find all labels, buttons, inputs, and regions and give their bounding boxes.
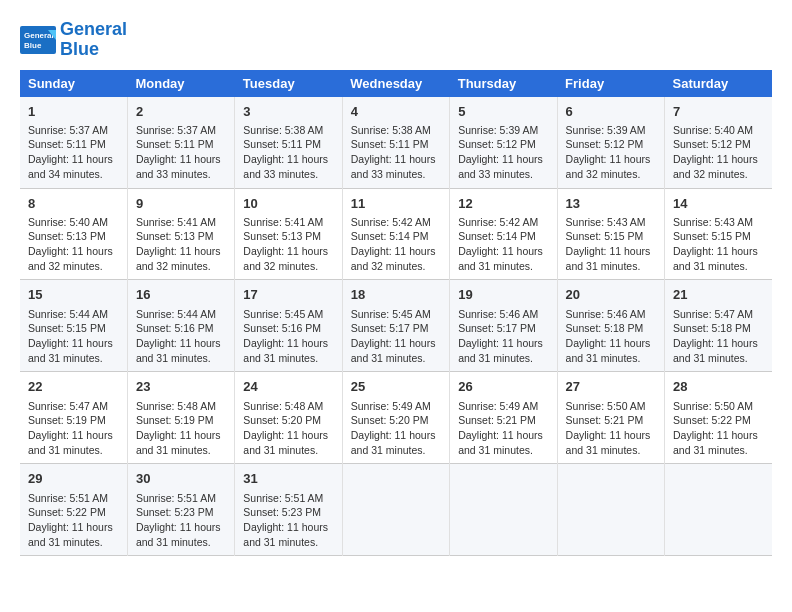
day-info: Sunrise: 5:51 AM Sunset: 5:23 PM Dayligh… bbox=[136, 491, 226, 550]
calendar-cell: 16Sunrise: 5:44 AM Sunset: 5:16 PM Dayli… bbox=[127, 280, 234, 372]
day-number: 21 bbox=[673, 286, 764, 304]
header-row: SundayMondayTuesdayWednesdayThursdayFrid… bbox=[20, 70, 772, 97]
calendar-cell: 14Sunrise: 5:43 AM Sunset: 5:15 PM Dayli… bbox=[665, 188, 772, 280]
calendar-cell: 15Sunrise: 5:44 AM Sunset: 5:15 PM Dayli… bbox=[20, 280, 127, 372]
day-info: Sunrise: 5:48 AM Sunset: 5:20 PM Dayligh… bbox=[243, 399, 333, 458]
calendar-cell: 22Sunrise: 5:47 AM Sunset: 5:19 PM Dayli… bbox=[20, 372, 127, 464]
day-info: Sunrise: 5:51 AM Sunset: 5:23 PM Dayligh… bbox=[243, 491, 333, 550]
day-info: Sunrise: 5:43 AM Sunset: 5:15 PM Dayligh… bbox=[566, 215, 656, 274]
calendar-table: SundayMondayTuesdayWednesdayThursdayFrid… bbox=[20, 70, 772, 557]
day-number: 7 bbox=[673, 103, 764, 121]
day-info: Sunrise: 5:45 AM Sunset: 5:16 PM Dayligh… bbox=[243, 307, 333, 366]
day-info: Sunrise: 5:42 AM Sunset: 5:14 PM Dayligh… bbox=[458, 215, 548, 274]
day-number: 25 bbox=[351, 378, 441, 396]
day-number: 4 bbox=[351, 103, 441, 121]
calendar-cell: 8Sunrise: 5:40 AM Sunset: 5:13 PM Daylig… bbox=[20, 188, 127, 280]
day-info: Sunrise: 5:45 AM Sunset: 5:17 PM Dayligh… bbox=[351, 307, 441, 366]
calendar-cell: 3Sunrise: 5:38 AM Sunset: 5:11 PM Daylig… bbox=[235, 97, 342, 188]
calendar-cell: 29Sunrise: 5:51 AM Sunset: 5:22 PM Dayli… bbox=[20, 464, 127, 556]
day-info: Sunrise: 5:49 AM Sunset: 5:20 PM Dayligh… bbox=[351, 399, 441, 458]
calendar-cell: 5Sunrise: 5:39 AM Sunset: 5:12 PM Daylig… bbox=[450, 97, 557, 188]
calendar-week-4: 22Sunrise: 5:47 AM Sunset: 5:19 PM Dayli… bbox=[20, 372, 772, 464]
calendar-cell: 26Sunrise: 5:49 AM Sunset: 5:21 PM Dayli… bbox=[450, 372, 557, 464]
calendar-cell: 28Sunrise: 5:50 AM Sunset: 5:22 PM Dayli… bbox=[665, 372, 772, 464]
day-number: 8 bbox=[28, 195, 119, 213]
day-number: 24 bbox=[243, 378, 333, 396]
calendar-cell: 30Sunrise: 5:51 AM Sunset: 5:23 PM Dayli… bbox=[127, 464, 234, 556]
day-info: Sunrise: 5:50 AM Sunset: 5:21 PM Dayligh… bbox=[566, 399, 656, 458]
day-info: Sunrise: 5:46 AM Sunset: 5:17 PM Dayligh… bbox=[458, 307, 548, 366]
day-info: Sunrise: 5:40 AM Sunset: 5:13 PM Dayligh… bbox=[28, 215, 119, 274]
calendar-cell: 31Sunrise: 5:51 AM Sunset: 5:23 PM Dayli… bbox=[235, 464, 342, 556]
calendar-cell: 20Sunrise: 5:46 AM Sunset: 5:18 PM Dayli… bbox=[557, 280, 664, 372]
day-number: 3 bbox=[243, 103, 333, 121]
calendar-week-2: 8Sunrise: 5:40 AM Sunset: 5:13 PM Daylig… bbox=[20, 188, 772, 280]
day-number: 30 bbox=[136, 470, 226, 488]
day-number: 23 bbox=[136, 378, 226, 396]
calendar-cell: 7Sunrise: 5:40 AM Sunset: 5:12 PM Daylig… bbox=[665, 97, 772, 188]
day-info: Sunrise: 5:47 AM Sunset: 5:18 PM Dayligh… bbox=[673, 307, 764, 366]
day-number: 16 bbox=[136, 286, 226, 304]
day-info: Sunrise: 5:37 AM Sunset: 5:11 PM Dayligh… bbox=[28, 123, 119, 182]
weekday-header-tuesday: Tuesday bbox=[235, 70, 342, 97]
weekday-header-saturday: Saturday bbox=[665, 70, 772, 97]
calendar-week-5: 29Sunrise: 5:51 AM Sunset: 5:22 PM Dayli… bbox=[20, 464, 772, 556]
calendar-cell: 1Sunrise: 5:37 AM Sunset: 5:11 PM Daylig… bbox=[20, 97, 127, 188]
day-info: Sunrise: 5:39 AM Sunset: 5:12 PM Dayligh… bbox=[458, 123, 548, 182]
calendar-cell: 9Sunrise: 5:41 AM Sunset: 5:13 PM Daylig… bbox=[127, 188, 234, 280]
calendar-cell bbox=[342, 464, 449, 556]
day-info: Sunrise: 5:39 AM Sunset: 5:12 PM Dayligh… bbox=[566, 123, 656, 182]
calendar-cell bbox=[665, 464, 772, 556]
day-number: 31 bbox=[243, 470, 333, 488]
day-number: 15 bbox=[28, 286, 119, 304]
day-number: 26 bbox=[458, 378, 548, 396]
calendar-cell: 25Sunrise: 5:49 AM Sunset: 5:20 PM Dayli… bbox=[342, 372, 449, 464]
day-number: 12 bbox=[458, 195, 548, 213]
day-number: 29 bbox=[28, 470, 119, 488]
logo-text: General Blue bbox=[60, 20, 127, 60]
day-info: Sunrise: 5:37 AM Sunset: 5:11 PM Dayligh… bbox=[136, 123, 226, 182]
day-number: 28 bbox=[673, 378, 764, 396]
day-info: Sunrise: 5:50 AM Sunset: 5:22 PM Dayligh… bbox=[673, 399, 764, 458]
day-number: 6 bbox=[566, 103, 656, 121]
day-info: Sunrise: 5:42 AM Sunset: 5:14 PM Dayligh… bbox=[351, 215, 441, 274]
calendar-week-1: 1Sunrise: 5:37 AM Sunset: 5:11 PM Daylig… bbox=[20, 97, 772, 188]
calendar-week-3: 15Sunrise: 5:44 AM Sunset: 5:15 PM Dayli… bbox=[20, 280, 772, 372]
calendar-cell: 11Sunrise: 5:42 AM Sunset: 5:14 PM Dayli… bbox=[342, 188, 449, 280]
calendar-cell: 13Sunrise: 5:43 AM Sunset: 5:15 PM Dayli… bbox=[557, 188, 664, 280]
weekday-header-friday: Friday bbox=[557, 70, 664, 97]
page-header: General Blue General Blue bbox=[20, 20, 772, 60]
weekday-header-sunday: Sunday bbox=[20, 70, 127, 97]
day-number: 27 bbox=[566, 378, 656, 396]
svg-text:Blue: Blue bbox=[24, 41, 42, 50]
logo: General Blue General Blue bbox=[20, 20, 127, 60]
weekday-header-thursday: Thursday bbox=[450, 70, 557, 97]
calendar-cell: 24Sunrise: 5:48 AM Sunset: 5:20 PM Dayli… bbox=[235, 372, 342, 464]
calendar-cell: 27Sunrise: 5:50 AM Sunset: 5:21 PM Dayli… bbox=[557, 372, 664, 464]
day-info: Sunrise: 5:48 AM Sunset: 5:19 PM Dayligh… bbox=[136, 399, 226, 458]
logo-icon: General Blue bbox=[20, 26, 56, 54]
calendar-cell: 23Sunrise: 5:48 AM Sunset: 5:19 PM Dayli… bbox=[127, 372, 234, 464]
day-number: 1 bbox=[28, 103, 119, 121]
day-number: 5 bbox=[458, 103, 548, 121]
calendar-cell: 19Sunrise: 5:46 AM Sunset: 5:17 PM Dayli… bbox=[450, 280, 557, 372]
day-number: 19 bbox=[458, 286, 548, 304]
day-info: Sunrise: 5:44 AM Sunset: 5:15 PM Dayligh… bbox=[28, 307, 119, 366]
calendar-cell bbox=[557, 464, 664, 556]
day-number: 13 bbox=[566, 195, 656, 213]
day-info: Sunrise: 5:51 AM Sunset: 5:22 PM Dayligh… bbox=[28, 491, 119, 550]
svg-text:General: General bbox=[24, 31, 54, 40]
day-number: 9 bbox=[136, 195, 226, 213]
day-info: Sunrise: 5:47 AM Sunset: 5:19 PM Dayligh… bbox=[28, 399, 119, 458]
calendar-cell: 2Sunrise: 5:37 AM Sunset: 5:11 PM Daylig… bbox=[127, 97, 234, 188]
day-info: Sunrise: 5:41 AM Sunset: 5:13 PM Dayligh… bbox=[243, 215, 333, 274]
day-number: 18 bbox=[351, 286, 441, 304]
day-number: 22 bbox=[28, 378, 119, 396]
calendar-cell: 6Sunrise: 5:39 AM Sunset: 5:12 PM Daylig… bbox=[557, 97, 664, 188]
calendar-cell: 18Sunrise: 5:45 AM Sunset: 5:17 PM Dayli… bbox=[342, 280, 449, 372]
day-number: 10 bbox=[243, 195, 333, 213]
day-info: Sunrise: 5:38 AM Sunset: 5:11 PM Dayligh… bbox=[351, 123, 441, 182]
day-info: Sunrise: 5:40 AM Sunset: 5:12 PM Dayligh… bbox=[673, 123, 764, 182]
day-info: Sunrise: 5:41 AM Sunset: 5:13 PM Dayligh… bbox=[136, 215, 226, 274]
weekday-header-wednesday: Wednesday bbox=[342, 70, 449, 97]
